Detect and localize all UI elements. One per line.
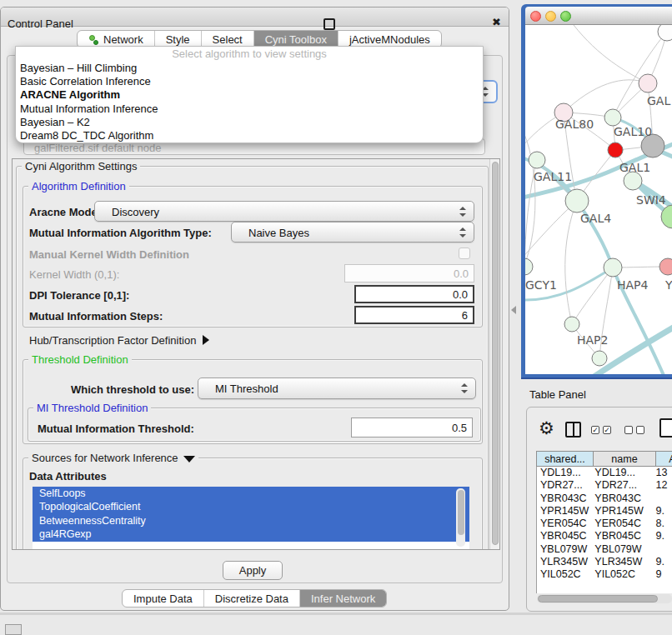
tab-jactivemnodules[interactable]: jActiveMNodules [339, 31, 441, 48]
mi-type-select[interactable]: Naive Bayes [231, 222, 474, 242]
network-canvas[interactable]: GALGAL80GAL10GAL1GAL11SWI4GAL4GCY1HAP4YH… [525, 25, 672, 374]
network-edge[interactable] [564, 80, 648, 112]
network-node-label-gal11: GAL11 [534, 170, 572, 183]
algorithm-option-aracne-algorithm[interactable]: ARACNE Algorithm [16, 88, 483, 102]
algorithm-option-dream8-dc-tdc-algorithm[interactable]: Dream8 DC_TDC Algorithm [16, 129, 483, 142]
close-traffic-light-icon[interactable] [530, 11, 541, 22]
table-cell: YER054C [594, 518, 655, 530]
tab-infer-network[interactable]: Infer Network [300, 590, 386, 607]
tab-discretize-data[interactable]: Discretize Data [204, 590, 300, 607]
network-node[interactable] [659, 258, 672, 275]
float-window-icon[interactable] [323, 18, 335, 30]
column-header-a[interactable]: A [655, 451, 672, 467]
mi-threshold-input[interactable]: 0.5 [351, 418, 473, 438]
unchecked-checkbox-icon[interactable] [624, 426, 633, 434]
hub-definition-label: Hub/Transcription Factor Definition [29, 334, 196, 347]
network-node[interactable] [604, 109, 621, 126]
gear-icon[interactable]: ⚙ [539, 419, 554, 437]
table-cell: 9 [655, 568, 672, 581]
tab-select[interactable]: Select [202, 31, 254, 48]
tab-label: Select [213, 33, 243, 46]
checked-checkbox-icon[interactable]: ✓ [603, 426, 611, 434]
checked-checkbox-icon[interactable]: ✓ [591, 426, 599, 434]
network-edge[interactable] [525, 125, 535, 273]
tab-cyni-toolbox[interactable]: Cyni Toolbox [254, 31, 339, 48]
kernel-width-input[interactable]: 0.0 [344, 264, 474, 282]
network-icon [88, 34, 99, 45]
manual-kernel-checkbox[interactable] [459, 248, 470, 259]
table-row[interactable]: YBL079WYBL079W [537, 543, 672, 556]
network-edge[interactable] [565, 201, 577, 324]
network-node[interactable] [608, 142, 623, 158]
table-row[interactable]: YBR043CYBR043C [537, 492, 672, 505]
table-cell: YIL052C [594, 568, 655, 581]
zoom-traffic-light-icon[interactable] [560, 11, 571, 22]
column-header-shared-[interactable]: shared... [536, 451, 593, 467]
column-header-name[interactable]: name [593, 451, 655, 467]
tab-label: Infer Network [311, 592, 375, 605]
table-row[interactable]: YDR27...YDR27...12 [537, 479, 672, 492]
network-node-label-gal: GAL [647, 94, 670, 108]
sources-group-title[interactable]: Sources for Network Inference [28, 452, 198, 464]
tab-impute-data[interactable]: Impute Data [123, 590, 204, 607]
apply-button[interactable]: Apply [223, 561, 283, 580]
threshold-select[interactable]: MI Threshold [198, 378, 476, 399]
document-icon[interactable] [659, 418, 672, 438]
tab-style[interactable]: Style [155, 31, 202, 48]
settings-scrollbar-thumb[interactable] [492, 162, 499, 545]
network-node-label-gal4: GAL4 [580, 212, 611, 225]
network-node[interactable] [529, 152, 545, 168]
dpi-tolerance-input[interactable]: 0.0 [354, 285, 474, 303]
stepper-arrows-icon [459, 207, 466, 217]
attribute-item-topologicalcoefficient[interactable]: TopologicalCoefficient [33, 500, 469, 513]
network-node[interactable] [658, 25, 672, 41]
algorithm-option-bayesian-hill-climbing[interactable]: Bayesian – Hill Climbing [16, 62, 483, 75]
attributes-scrollbar[interactable] [456, 488, 465, 547]
table-row[interactable]: YLR345WYLR345W9. [537, 556, 672, 568]
network-node[interactable] [525, 258, 533, 275]
network-node[interactable] [564, 317, 579, 332]
network-node[interactable] [624, 172, 642, 190]
dpi-tolerance-label: DPI Tolerance [0,1]: [29, 289, 129, 302]
collapse-down-icon [183, 456, 195, 462]
data-attributes-list[interactable]: SelfLoopsTopologicalCoefficientBetweenne… [33, 487, 469, 549]
columns-icon[interactable] [565, 422, 581, 438]
table-cell: YBR043C [537, 492, 594, 505]
tab-network[interactable]: Network [78, 31, 155, 48]
table-cell: YBR043C [594, 492, 655, 505]
mi-type-value: Naive Bayes [248, 226, 309, 238]
minimize-traffic-light-icon[interactable] [545, 11, 556, 22]
table-cell: YDR27... [537, 479, 594, 492]
algorithm-option-basic-correlation-inference[interactable]: Basic Correlation Inference [16, 75, 483, 88]
network-node-label-gal1: GAL1 [619, 161, 650, 174]
threshold-definition-title: Threshold Definition [28, 353, 132, 366]
attributes-scrollbar-thumb[interactable] [458, 490, 464, 535]
table-row[interactable]: YBR045CYBR045C9. [537, 530, 672, 542]
algorithm-option-bayesian-k2[interactable]: Bayesian – K2 [16, 116, 483, 129]
network-node[interactable] [639, 74, 657, 92]
table-row[interactable]: YDL19...YDL19...13 [537, 467, 672, 479]
algorithm-dropdown-prompt: Select algorithm to view settings [16, 47, 483, 62]
algorithm-option-mutual-information-inference[interactable]: Mutual Information Inference [16, 102, 483, 116]
mi-steps-input[interactable]: 6 [354, 306, 474, 324]
close-icon[interactable]: ✖ [492, 16, 501, 28]
table-row[interactable]: YIL052CYIL052C9 [537, 568, 672, 581]
table-horizontal-scrollbar[interactable] [537, 594, 672, 603]
network-node[interactable] [565, 189, 589, 212]
which-threshold-label: Which threshold to use: [71, 383, 194, 396]
network-node[interactable] [592, 351, 607, 366]
hub-definition-expander[interactable]: Hub/Transcription Factor Definition [29, 334, 209, 347]
settings-scrollbar[interactable] [489, 159, 499, 549]
attribute-item-betweennesscentrality[interactable]: BetweennessCentrality [33, 514, 469, 528]
table-row[interactable]: YPR145WYPR145W9. [537, 505, 672, 518]
table-scrollbar-thumb[interactable] [538, 595, 658, 602]
aracne-mode-select[interactable]: Discovery [94, 201, 474, 222]
unchecked-checkbox-icon[interactable] [636, 426, 644, 434]
table-row[interactable]: YER054CYER054C8. [537, 518, 672, 530]
splitter-collapse-arrow[interactable] [511, 306, 516, 314]
attribute-item-gal4rgexp[interactable]: gal4RGexp [33, 528, 469, 541]
network-edge[interactable] [572, 268, 613, 324]
table-cell: 9. [655, 530, 672, 542]
attribute-item-selfloops[interactable]: SelfLoops [33, 487, 469, 500]
network-node[interactable] [604, 258, 622, 277]
